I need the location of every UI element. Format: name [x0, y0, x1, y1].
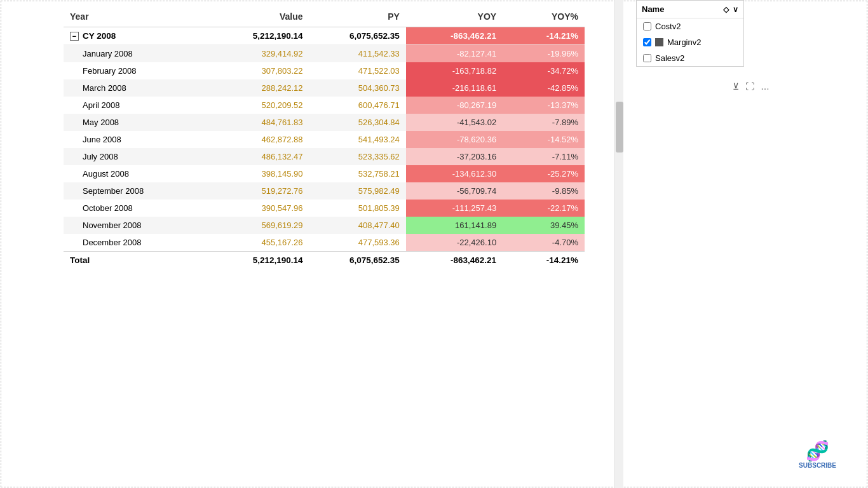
- data-table: Year Value PY YOY YOY% − CY 2008 5,212,1…: [64, 6, 585, 269]
- table-header-row: Year Value PY YOY YOY%: [64, 6, 585, 27]
- month-name-cell: September 2008: [64, 182, 212, 200]
- month-py-cell: 523,335.62: [309, 148, 406, 165]
- expand-icon[interactable]: ⛶: [745, 81, 754, 92]
- month-yoy-cell: -134,612.30: [406, 165, 503, 182]
- month-yoy-pct-cell: 39.45%: [503, 217, 585, 234]
- month-yoy-pct-cell: -19.96%: [503, 45, 585, 63]
- cy-label-text: CY 2008: [83, 31, 116, 41]
- month-row: April 2008 520,209.52 600,476.71 -80,267…: [64, 97, 585, 114]
- month-value-cell: 462,872.88: [212, 131, 309, 148]
- collapse-button[interactable]: −: [70, 32, 79, 41]
- month-row: October 2008 390,547.96 501,805.39 -111,…: [64, 200, 585, 217]
- month-yoy-cell: -82,127.41: [406, 45, 503, 63]
- month-name-cell: August 2008: [64, 165, 212, 182]
- month-value-cell: 569,619.29: [212, 217, 309, 234]
- month-row: January 2008 329,414.92 411,542.33 -82,1…: [64, 45, 585, 63]
- month-yoy-cell: -22,426.10: [406, 234, 503, 252]
- month-py-cell: 501,805.39: [309, 200, 406, 217]
- month-value-cell: 484,761.83: [212, 114, 309, 131]
- color-box: [655, 38, 663, 46]
- more-icon[interactable]: …: [761, 81, 770, 92]
- chevron-down-icon[interactable]: ∨: [733, 5, 738, 14]
- total-row: Total 5,212,190.14 6,075,652.35 -863,462…: [64, 252, 585, 269]
- month-py-cell: 408,477.40: [309, 217, 406, 234]
- filter-panel: Name ◇ ∨ Costv2 Marginv2 Salesv2: [636, 0, 744, 67]
- filter-item[interactable]: Marginv2: [637, 34, 743, 50]
- filter-checkbox[interactable]: [643, 54, 651, 62]
- cy-yoy-pct-cell: -14.21%: [503, 27, 585, 45]
- col-header-py[interactable]: PY: [309, 6, 406, 27]
- clear-icon[interactable]: ◇: [723, 5, 729, 14]
- total-yoy-cell: -863,462.21: [406, 252, 503, 269]
- month-yoy-pct-cell: -22.17%: [503, 200, 585, 217]
- cy-year-cell: − CY 2008: [64, 27, 212, 45]
- month-yoy-cell: -41,543.02: [406, 114, 503, 131]
- month-name-cell: July 2008: [64, 148, 212, 165]
- month-py-cell: 477,593.36: [309, 234, 406, 252]
- month-value-cell: 307,803.22: [212, 62, 309, 79]
- total-value-cell: 5,212,190.14: [212, 252, 309, 269]
- table-container: Year Value PY YOY YOY% − CY 2008 5,212,1…: [0, 0, 623, 488]
- month-py-cell: 532,758.21: [309, 165, 406, 182]
- month-name-cell: December 2008: [64, 234, 212, 252]
- month-py-cell: 411,542.33: [309, 45, 406, 63]
- month-row: November 2008 569,619.29 408,477.40 161,…: [64, 217, 585, 234]
- total-yoy-pct-cell: -14.21%: [503, 252, 585, 269]
- month-value-cell: 486,132.47: [212, 148, 309, 165]
- month-name-cell: January 2008: [64, 45, 212, 63]
- month-yoy-pct-cell: -13.37%: [503, 97, 585, 114]
- cy-row: − CY 2008 5,212,190.14 6,075,652.35 -863…: [64, 27, 585, 45]
- month-row: December 2008 455,167.26 477,593.36 -22,…: [64, 234, 585, 252]
- month-row: August 2008 398,145.90 532,758.21 -134,6…: [64, 165, 585, 182]
- month-yoy-pct-cell: -34.72%: [503, 62, 585, 79]
- month-yoy-pct-cell: -7.11%: [503, 148, 585, 165]
- total-py-cell: 6,075,652.35: [309, 252, 406, 269]
- month-yoy-cell: 161,141.89: [406, 217, 503, 234]
- month-row: September 2008 519,272.76 575,982.49 -56…: [64, 182, 585, 200]
- col-header-yoy[interactable]: YOY: [406, 6, 503, 27]
- month-row: June 2008 462,872.88 541,493.24 -78,620.…: [64, 131, 585, 148]
- month-name-cell: November 2008: [64, 217, 212, 234]
- filter-checkbox[interactable]: [643, 38, 651, 46]
- month-yoy-cell: -80,267.19: [406, 97, 503, 114]
- month-yoy-pct-cell: -4.70%: [503, 234, 585, 252]
- filter-item[interactable]: Salesv2: [637, 50, 743, 66]
- month-py-cell: 600,476.71: [309, 97, 406, 114]
- month-yoy-cell: -163,718.82: [406, 62, 503, 79]
- scrollbar[interactable]: [614, 0, 623, 488]
- month-value-cell: 390,547.96: [212, 200, 309, 217]
- cy-yoy-cell: -863,462.21: [406, 27, 503, 45]
- month-py-cell: 471,522.03: [309, 62, 406, 79]
- filter-checkbox[interactable]: [643, 22, 651, 30]
- scrollbar-thumb[interactable]: [616, 102, 623, 152]
- subscribe-label: SUBSCRIBE: [799, 462, 836, 469]
- filter-item-label: Costv2: [655, 22, 681, 31]
- month-name-cell: October 2008: [64, 200, 212, 217]
- filter-panel-title: Name: [642, 4, 664, 14]
- month-yoy-cell: -37,203.16: [406, 148, 503, 165]
- month-value-cell: 455,167.26: [212, 234, 309, 252]
- month-yoy-pct-cell: -7.89%: [503, 114, 585, 131]
- month-yoy-pct-cell: -42.85%: [503, 79, 585, 97]
- month-py-cell: 504,360.73: [309, 79, 406, 97]
- month-row: July 2008 486,132.47 523,335.62 -37,203.…: [64, 148, 585, 165]
- month-yoy-cell: -78,620.36: [406, 131, 503, 148]
- month-row: February 2008 307,803.22 471,522.03 -163…: [64, 62, 585, 79]
- month-value-cell: 398,145.90: [212, 165, 309, 182]
- month-value-cell: 520,209.52: [212, 97, 309, 114]
- icon-toolbar: ⊻ ⛶ …: [733, 81, 770, 92]
- filter-item[interactable]: Costv2: [637, 18, 743, 34]
- col-header-yoy-pct[interactable]: YOY%: [503, 6, 585, 27]
- filter-item-label: Salesv2: [655, 53, 684, 63]
- filter-icon[interactable]: ⊻: [733, 81, 739, 92]
- month-yoy-pct-cell: -14.52%: [503, 131, 585, 148]
- col-header-year[interactable]: Year: [64, 6, 212, 27]
- month-name-cell: February 2008: [64, 62, 212, 79]
- month-name-cell: April 2008: [64, 97, 212, 114]
- month-yoy-cell: -56,709.74: [406, 182, 503, 200]
- dna-icon: 🧬: [799, 440, 836, 462]
- col-header-value[interactable]: Value: [212, 6, 309, 27]
- month-py-cell: 526,304.84: [309, 114, 406, 131]
- month-row: March 2008 288,242.12 504,360.73 -216,11…: [64, 79, 585, 97]
- month-yoy-pct-cell: -9.85%: [503, 182, 585, 200]
